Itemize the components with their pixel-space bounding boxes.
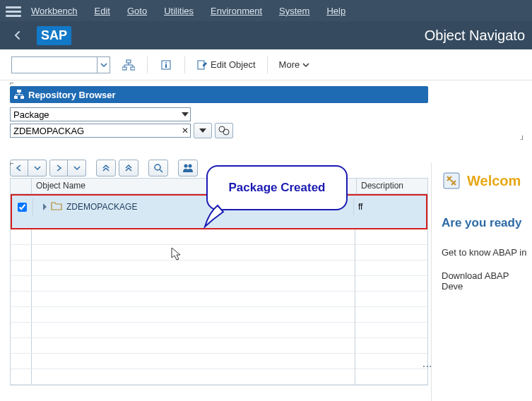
column-checkbox — [11, 179, 32, 193]
chevron-down-icon[interactable] — [97, 57, 110, 73]
table-row — [11, 245, 427, 261]
svg-rect-0 — [126, 60, 131, 63]
annotation-callout: Package Created — [206, 165, 348, 210]
divider — [147, 56, 148, 73]
table-row — [11, 276, 427, 292]
splitter-handle[interactable]: ⋮ — [422, 361, 433, 372]
table-row — [11, 261, 427, 276]
more-label: More — [279, 59, 300, 70]
table-row — [11, 307, 427, 323]
object-type-select[interactable]: Package — [10, 107, 191, 121]
expand-caret-icon[interactable] — [43, 203, 47, 210]
annotation-text: Package Created — [228, 181, 325, 195]
transaction-code-input[interactable] — [11, 56, 110, 73]
nav-forward-menu[interactable] — [68, 160, 86, 176]
svg-rect-6 — [131, 67, 135, 70]
dropdown-button[interactable] — [194, 123, 212, 138]
svg-point-18 — [219, 126, 225, 132]
table-row — [11, 229, 427, 245]
hierarchy-icon[interactable] — [122, 58, 136, 72]
cursor-icon — [171, 247, 182, 261]
table-row — [11, 323, 427, 338]
row-object-name: ZDEMOPACKAGE — [66, 202, 137, 212]
tree-icon — [14, 90, 24, 100]
welcome-panel: Welcom Are you ready Get to know ABAP in… — [431, 162, 532, 401]
info-icon[interactable] — [159, 58, 173, 72]
svg-rect-11 — [17, 90, 21, 92]
nav-back-menu[interactable] — [28, 160, 47, 176]
users-button[interactable] — [178, 160, 198, 176]
edit-object-label: Edit Object — [211, 59, 256, 70]
table-row — [11, 354, 427, 369]
search-button[interactable] — [148, 160, 168, 176]
svg-point-19 — [223, 129, 229, 135]
nav-forward-group — [49, 160, 86, 176]
divider — [267, 56, 268, 73]
display-button[interactable] — [215, 123, 233, 138]
package-name-value: ZDEMOPACKAG — [13, 126, 84, 136]
menu-edit[interactable]: Edit — [88, 3, 117, 19]
corner-mark: ┘ — [520, 136, 525, 143]
nav-back-group — [10, 160, 47, 176]
chevron-down-icon — [199, 128, 206, 133]
clear-icon[interactable]: ✕ — [182, 126, 189, 136]
welcome-icon — [442, 171, 461, 191]
svg-point-22 — [184, 164, 188, 168]
menu-utilities[interactable]: Utilities — [157, 3, 201, 19]
svg-rect-15 — [20, 96, 24, 99]
table-row — [11, 338, 427, 354]
corner-mark: ⌐ — [10, 79, 14, 87]
edit-object-button[interactable]: Edit Object — [196, 59, 256, 71]
folder-icon — [51, 201, 62, 213]
svg-rect-5 — [122, 67, 126, 70]
repository-browser-label: Repository Browser — [28, 90, 116, 100]
object-type-value: Package — [13, 109, 49, 120]
repository-browser-header: Repository Browser — [10, 86, 428, 103]
page-title: Object Navigato — [425, 28, 525, 44]
row-description: ff — [354, 198, 426, 215]
svg-point-23 — [189, 164, 192, 168]
svg-line-21 — [160, 169, 162, 172]
package-name-input[interactable]: ZDEMOPACKAG ✕ — [10, 124, 191, 138]
menu-environment[interactable]: Environment — [203, 3, 269, 19]
link-abap-intro[interactable]: Get to know ABAP in — [442, 247, 532, 258]
more-button[interactable]: More — [279, 59, 310, 70]
corner-mark: ⌐ — [10, 160, 14, 167]
hamburger-menu-icon[interactable] — [6, 4, 21, 17]
divider — [184, 56, 185, 73]
sap-logo: SAP — [37, 26, 71, 45]
svg-rect-14 — [14, 96, 18, 99]
back-button[interactable] — [7, 26, 28, 44]
welcome-heading: Welcom — [467, 173, 521, 189]
row-checkbox[interactable] — [18, 203, 27, 212]
menu-workbench[interactable]: Workbench — [24, 3, 85, 19]
column-description[interactable]: Description — [357, 179, 427, 193]
chevron-down-icon — [182, 112, 189, 116]
nav-forward-button[interactable] — [49, 160, 68, 176]
menu-goto[interactable]: Goto — [120, 3, 154, 19]
expand-all-button[interactable] — [96, 160, 116, 176]
collapse-all-button[interactable] — [119, 160, 138, 176]
menu-system[interactable]: System — [272, 3, 317, 19]
svg-point-20 — [155, 164, 160, 170]
menu-help[interactable]: Help — [319, 3, 353, 19]
link-abap-download[interactable]: Download ABAP Deve — [442, 270, 532, 292]
table-row — [11, 292, 427, 307]
ready-heading: Are you ready — [442, 216, 532, 230]
table-row — [11, 369, 427, 385]
